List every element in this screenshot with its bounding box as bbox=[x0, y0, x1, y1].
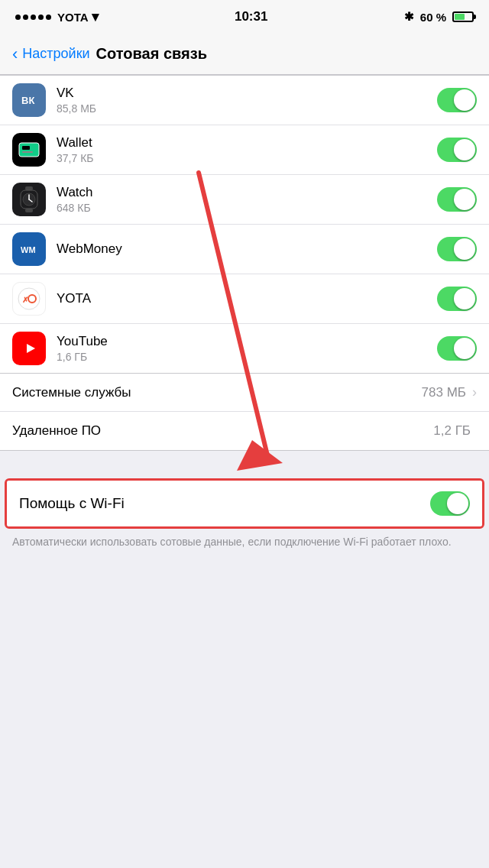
status-right: ✱ 60 % bbox=[404, 10, 474, 24]
youtube-app-size: 1,6 ГБ bbox=[57, 351, 437, 363]
yota-toggle[interactable] bbox=[437, 287, 477, 311]
wallet-app-size: 37,7 КБ bbox=[57, 152, 437, 164]
youtube-toggle-knob bbox=[454, 338, 475, 359]
webmoney-app-icon: WM bbox=[12, 232, 46, 266]
svg-text:WM: WM bbox=[21, 245, 36, 254]
remote-desktop-row: Удаленное ПО 1,2 ГБ bbox=[0, 412, 489, 450]
system-services-chevron-icon: › bbox=[472, 384, 477, 400]
wallet-toggle-knob bbox=[454, 139, 475, 160]
wifi-assist-toggle-knob bbox=[447, 493, 468, 514]
remote-desktop-label: Удаленное ПО bbox=[12, 423, 433, 439]
app-list: ВК VK 85,8 МБ Wallet 37,7 КБ bbox=[0, 75, 489, 374]
system-services-label: Системные службы bbox=[12, 385, 422, 400]
svg-text:ВК: ВК bbox=[21, 95, 34, 106]
back-chevron-icon: ‹ bbox=[12, 44, 18, 64]
webmoney-toggle-knob bbox=[454, 238, 475, 260]
webmoney-app-name: WebMoney bbox=[57, 241, 437, 257]
wifi-assist-toggle[interactable] bbox=[430, 491, 470, 516]
page-title: Сотовая связь bbox=[96, 45, 207, 63]
watch-app-name: Watch bbox=[57, 185, 437, 200]
remote-desktop-value: 1,2 ГБ bbox=[433, 423, 471, 439]
yota-app-icon: ✗ bbox=[12, 282, 46, 316]
list-item: YouTube 1,6 ГБ bbox=[0, 324, 489, 373]
back-button[interactable]: ‹ Настройки bbox=[12, 44, 90, 64]
list-item: ✗ YOTA bbox=[0, 274, 489, 324]
status-left: YOTA ▾ bbox=[15, 8, 99, 25]
vk-app-name: VK bbox=[57, 86, 437, 101]
list-item: ВК VK 85,8 МБ bbox=[0, 76, 489, 125]
wifi-assist-highlight: Помощь с Wi-Fi bbox=[5, 478, 484, 529]
status-time: 10:31 bbox=[235, 9, 267, 24]
watch-app-size: 648 КБ bbox=[57, 202, 437, 214]
wifi-assist-row: Помощь с Wi-Fi bbox=[7, 481, 482, 526]
system-services-row[interactable]: Системные службы 783 МБ › bbox=[0, 374, 489, 412]
youtube-app-name: YouTube bbox=[57, 334, 437, 349]
webmoney-item-text: WebMoney bbox=[57, 241, 437, 257]
battery-icon bbox=[452, 11, 474, 22]
yota-toggle-knob bbox=[454, 288, 475, 309]
vk-item-text: VK 85,8 МБ bbox=[57, 86, 437, 115]
svg-rect-5 bbox=[25, 209, 33, 212]
svg-rect-4 bbox=[25, 186, 33, 190]
section-gap bbox=[0, 451, 489, 478]
battery-fill bbox=[455, 14, 465, 20]
list-item: Wallet 37,7 КБ bbox=[0, 125, 489, 175]
vk-app-size: 85,8 МБ bbox=[57, 102, 437, 115]
signal-bars bbox=[15, 15, 51, 20]
webmoney-toggle[interactable] bbox=[437, 237, 477, 261]
nav-bar: ‹ Настройки Сотовая связь bbox=[0, 34, 489, 75]
watch-toggle-knob bbox=[454, 189, 475, 210]
yota-app-name: YOTA bbox=[57, 291, 437, 306]
vk-toggle-knob bbox=[454, 89, 475, 111]
wifi-assist-label: Помощь с Wi-Fi bbox=[19, 495, 430, 512]
carrier-name: YOTA bbox=[57, 11, 89, 24]
vk-toggle[interactable] bbox=[437, 88, 477, 112]
yota-item-text: YOTA bbox=[57, 291, 437, 306]
wallet-app-icon bbox=[12, 133, 46, 167]
status-bar: YOTA ▾ 10:31 ✱ 60 % bbox=[0, 0, 489, 34]
system-services-value: 783 МБ bbox=[422, 385, 466, 400]
watch-toggle[interactable] bbox=[437, 187, 477, 212]
list-item: Watch 648 КБ bbox=[0, 175, 489, 225]
bluetooth-icon: ✱ bbox=[404, 10, 414, 24]
wifi-icon: ▾ bbox=[92, 8, 99, 25]
wallet-item-text: Wallet 37,7 КБ bbox=[57, 135, 437, 164]
wifi-assist-description-text: Автоматически использовать сотовые данны… bbox=[12, 536, 452, 548]
wifi-assist-description: Автоматически использовать сотовые данны… bbox=[0, 529, 489, 562]
youtube-item-text: YouTube 1,6 ГБ bbox=[57, 334, 437, 363]
back-label: Настройки bbox=[22, 46, 89, 62]
battery-percent: 60 % bbox=[420, 11, 446, 24]
vk-app-icon: ВК bbox=[12, 83, 46, 117]
svg-rect-3 bbox=[22, 151, 33, 153]
svg-rect-2 bbox=[22, 146, 30, 150]
system-section: Системные службы 783 МБ › Удаленное ПО 1… bbox=[0, 374, 489, 451]
watch-app-icon bbox=[12, 183, 46, 216]
watch-item-text: Watch 648 КБ bbox=[57, 185, 437, 214]
svg-text:✗: ✗ bbox=[22, 296, 28, 304]
wallet-toggle[interactable] bbox=[437, 138, 477, 162]
list-item: WM WebMoney bbox=[0, 225, 489, 274]
youtube-toggle[interactable] bbox=[437, 336, 477, 361]
youtube-app-icon bbox=[12, 332, 46, 365]
wallet-app-name: Wallet bbox=[57, 135, 437, 151]
